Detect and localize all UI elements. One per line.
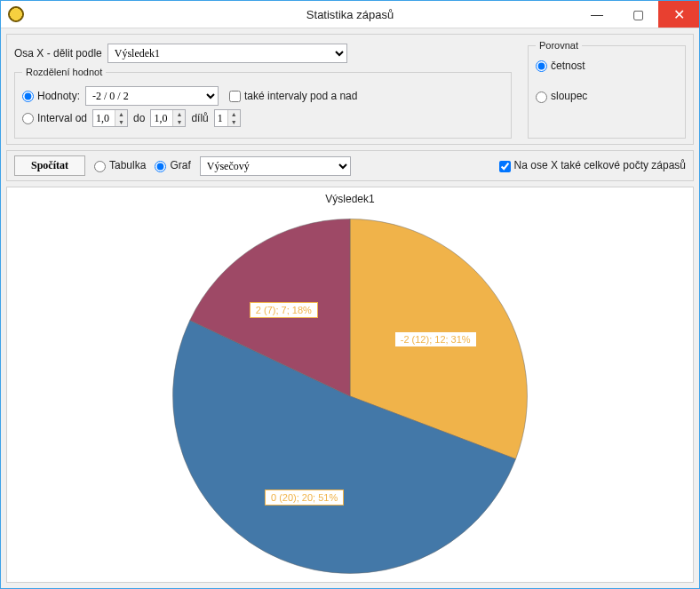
pie-slice-label: -2 (12); 12; 31% (394, 331, 477, 347)
rozdeleni-fieldset: Rozdělení hodnot Hodnoty: -2 / 0 / 2 tak… (14, 67, 512, 139)
totals-checkbox[interactable] (499, 161, 511, 172)
close-button[interactable]: ✕ (658, 1, 699, 28)
pie-slice-label: 0 (20); 20; 51% (265, 490, 344, 505)
dilu-spin[interactable]: ▲▼ (214, 109, 241, 127)
settings-panel: Osa X - dělit podle Výsledek1 Rozdělení … (6, 34, 694, 145)
chart-title: Výsledek1 (7, 193, 693, 205)
interval-do-spin[interactable]: ▲▼ (150, 109, 186, 127)
window-buttons: — ▢ ✕ (577, 1, 699, 28)
sloupec-radio[interactable] (536, 92, 547, 103)
porovnat-fieldset: Porovnat četnost sloupec (528, 40, 686, 139)
maximize-button[interactable]: ▢ (617, 1, 658, 28)
cetnost-radio-label[interactable]: četnost (536, 60, 585, 72)
xaxis-label: Osa X - dělit podle (14, 47, 102, 60)
graf-radio-label[interactable]: Graf (155, 159, 190, 171)
rozdeleni-legend: Rozdělení hodnot (22, 67, 106, 77)
hodnoty-radio-label[interactable]: Hodnoty: (22, 90, 80, 102)
graf-radio[interactable] (155, 161, 166, 172)
app-window: Statistika zápasů — ▢ ✕ Osa X - dělit po… (0, 0, 700, 589)
take-intervaly-label[interactable]: také intervaly pod a nad (229, 90, 357, 102)
totals-checkbox-label[interactable]: Na ose X také celkové počty zápasů (499, 159, 686, 171)
tabulka-radio[interactable] (94, 161, 106, 172)
do-label: do (133, 112, 145, 124)
take-intervaly-checkbox[interactable] (229, 91, 241, 102)
sloupec-radio-label[interactable]: sloupec (536, 90, 587, 102)
porovnat-legend: Porovnat (536, 40, 582, 51)
dilu-label: dílů (191, 112, 208, 124)
titlebar: Statistika zápasů — ▢ ✕ (1, 1, 699, 28)
interval-radio-label[interactable]: Interval od (22, 112, 87, 124)
hodnoty-select[interactable]: -2 / 0 / 2 (85, 86, 219, 106)
hodnoty-radio[interactable] (22, 91, 34, 102)
pie-chart (7, 205, 693, 583)
tabulka-radio-label[interactable]: Tabulka (94, 159, 146, 171)
compute-button[interactable]: Spočítat (14, 155, 85, 176)
xaxis-select[interactable]: Výsledek1 (107, 44, 347, 63)
graf-type-select[interactable]: Výsečový (200, 156, 351, 176)
interval-radio[interactable] (22, 113, 34, 124)
toolbar: Spočítat Tabulka Graf Výsečový Na ose X … (6, 150, 694, 181)
chart-area: Výsledek1 -2 (12); 12; 31%0 (20); 20; 51… (6, 187, 694, 583)
minimize-button[interactable]: — (577, 1, 617, 28)
app-icon (8, 6, 24, 22)
cetnost-radio[interactable] (536, 60, 547, 72)
pie-slice-label: 2 (7); 7; 18% (250, 302, 318, 318)
interval-od-spin[interactable]: ▲▼ (92, 109, 128, 127)
